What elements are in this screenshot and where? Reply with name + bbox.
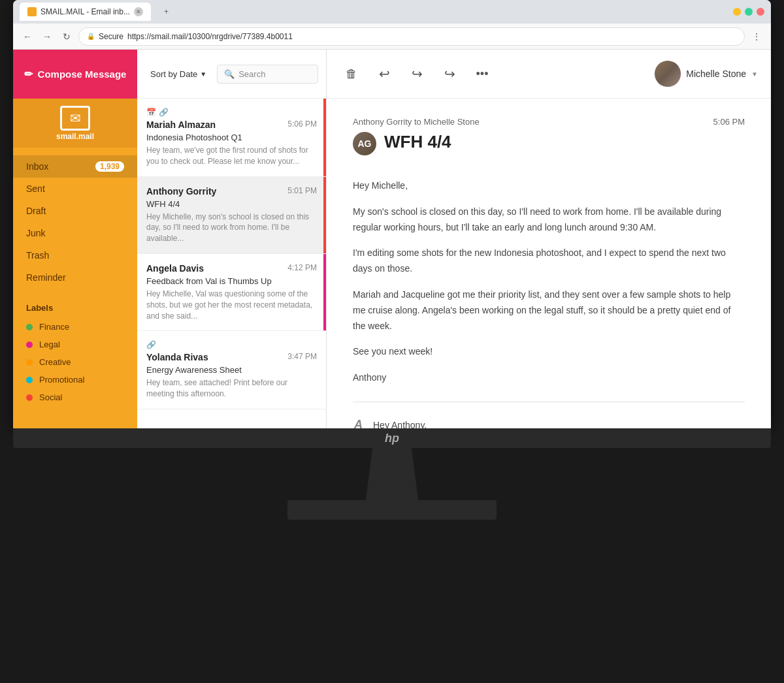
email-item-1[interactable]: 📅 🔗 Mariah Almazan 5:06 PM Indonesia Pho… bbox=[137, 99, 326, 177]
email-list: 📅 🔗 Mariah Almazan 5:06 PM Indonesia Pho… bbox=[137, 99, 326, 428]
promotional-label: Promotional bbox=[39, 375, 84, 385]
label-creative[interactable]: Creative bbox=[26, 353, 124, 371]
browser-tab-new[interactable]: + bbox=[156, 3, 176, 21]
browser-tab-active[interactable]: SMAIL.MAIL - Email inb... ✕ bbox=[20, 3, 151, 21]
sidebar-nav: Inbox 1,939 Sent Draft Junk Trash bbox=[13, 148, 137, 296]
reply-body-area: Hey Anthony, Family first! Make sure you… bbox=[373, 418, 745, 428]
compose-label: Compose Message bbox=[38, 69, 127, 80]
search-button[interactable]: 🔍 Search bbox=[217, 65, 318, 84]
email-3-header: Angela Davis 4:12 PM bbox=[146, 263, 317, 274]
social-label: Social bbox=[39, 392, 62, 402]
avatar-image bbox=[655, 61, 681, 87]
label-social[interactable]: Social bbox=[26, 389, 124, 406]
minimize-button[interactable] bbox=[733, 8, 741, 16]
promotional-dot bbox=[26, 377, 33, 383]
delete-icon: 🗑 bbox=[346, 67, 357, 81]
sidebar: ✏ Compose Message ✉ smail.mail Inbox 1,9… bbox=[13, 50, 137, 428]
sort-button[interactable]: Sort by Date ▼ bbox=[145, 65, 212, 83]
forward-icon: ↪ bbox=[444, 66, 455, 82]
reply-icon: ↩ bbox=[379, 66, 390, 82]
email-item-2[interactable]: Anthony Gorrity 5:01 PM WFH 4/4 Hey Mich… bbox=[137, 177, 326, 254]
email-4-icons: 🔗 bbox=[146, 340, 317, 349]
close-button[interactable] bbox=[757, 8, 764, 16]
finance-dot bbox=[26, 324, 33, 330]
reply-all-icon: ↪ bbox=[412, 66, 423, 82]
browser-menu-button[interactable]: ⋮ bbox=[749, 29, 764, 44]
body-p2: My son's school is closed on this day, s… bbox=[353, 204, 745, 236]
label-legal[interactable]: Legal bbox=[26, 336, 124, 353]
sidebar-item-junk[interactable]: Junk bbox=[13, 222, 137, 244]
creative-dot bbox=[26, 359, 33, 366]
email-3-time: 4:12 PM bbox=[287, 263, 317, 272]
email-body: Hey Michelle, My son's school is closed … bbox=[353, 178, 745, 386]
compose-button[interactable]: ✏ Compose Message bbox=[14, 63, 137, 86]
more-button[interactable]: ••• bbox=[470, 62, 494, 86]
email-list-panel: Sort by Date ▼ 🔍 Search 📅 🔗 bbox=[137, 50, 327, 428]
reload-button[interactable]: ↻ bbox=[59, 29, 74, 44]
monitor-stand-base bbox=[287, 500, 497, 520]
email-viewer: 🗑 ↩ ↪ ↪ ••• bbox=[327, 50, 771, 428]
label-finance[interactable]: Finance bbox=[26, 318, 124, 336]
email-meta: Anthony Gorrity to Michelle Stone 5:06 P… bbox=[353, 117, 745, 127]
trash-label: Trash bbox=[26, 250, 49, 261]
sidebar-item-inbox[interactable]: Inbox 1,939 bbox=[13, 155, 137, 178]
secure-label: Secure bbox=[99, 32, 123, 41]
maximize-button[interactable] bbox=[745, 8, 753, 16]
reply-all-button[interactable]: ↪ bbox=[405, 62, 429, 86]
email-item-3[interactable]: Angela Davis 4:12 PM Feedback from Val i… bbox=[137, 254, 326, 331]
email-item-4[interactable]: 🔗 Yolanda Rivas 3:47 PM Energy Awareness… bbox=[137, 331, 326, 409]
body-p3: I'm editing some shots for the new Indon… bbox=[353, 246, 745, 277]
email-2-header: Anthony Gorrity 5:01 PM bbox=[146, 186, 317, 197]
calendar-icon: 📅 bbox=[146, 108, 156, 117]
sender-row: AG WFH 4/4 bbox=[353, 132, 745, 168]
attachment-icon-2: 🔗 bbox=[146, 340, 156, 349]
compose-area: ✏ Compose Message bbox=[13, 50, 137, 99]
email-4-time: 3:47 PM bbox=[287, 352, 317, 361]
search-label: Search bbox=[238, 69, 265, 79]
tab-close-button[interactable]: ✕ bbox=[134, 7, 143, 16]
email-2-subject: WFH 4/4 bbox=[146, 199, 317, 209]
hp-logo: hp bbox=[385, 432, 399, 445]
viewer-toolbar: 🗑 ↩ ↪ ↪ ••• bbox=[327, 50, 771, 99]
creative-label: Creative bbox=[39, 357, 71, 367]
sidebar-item-trash[interactable]: Trash bbox=[13, 244, 137, 266]
user-area[interactable]: Michelle Stone ▼ bbox=[655, 61, 758, 87]
reply-a-icon: A bbox=[354, 418, 363, 428]
sidebar-item-sent[interactable]: Sent bbox=[13, 178, 137, 200]
sidebar-item-draft[interactable]: Draft bbox=[13, 200, 137, 222]
favicon-icon bbox=[27, 7, 37, 16]
delete-button[interactable]: 🗑 bbox=[340, 62, 363, 86]
forward-button[interactable]: → bbox=[39, 29, 55, 44]
email-view-time: 5:06 PM bbox=[713, 117, 745, 127]
secure-icon: 🔒 bbox=[87, 33, 95, 40]
email-4-sender: Yolanda Rivas bbox=[146, 352, 208, 362]
email-3-subject: Feedback from Val is Thumbs Up bbox=[146, 276, 317, 286]
sent-label: Sent bbox=[26, 183, 45, 194]
forward-button[interactable]: ↪ bbox=[438, 62, 461, 86]
logo-icon: ✉ bbox=[60, 106, 90, 131]
email-divider bbox=[353, 402, 745, 402]
email-4-subject: Energy Awareness Sheet bbox=[146, 365, 317, 375]
back-button[interactable]: ← bbox=[20, 29, 35, 44]
reply-section: A 🔗 Hey Anthony, Family first! Make sure… bbox=[353, 418, 745, 428]
list-toolbar: Sort by Date ▼ 🔍 Search bbox=[137, 50, 326, 99]
email-1-subject: Indonesia Photoshoot Q1 bbox=[146, 133, 317, 142]
label-promotional[interactable]: Promotional bbox=[26, 371, 124, 389]
email-2-time: 5:01 PM bbox=[287, 186, 317, 195]
email-3-sender: Angela Davis bbox=[146, 263, 204, 274]
address-bar[interactable]: 🔒 Secure https://smail.mail/10300/nrgdri… bbox=[78, 27, 745, 46]
sort-label: Sort by Date bbox=[150, 69, 197, 79]
legal-label: Legal bbox=[39, 340, 60, 349]
email-2-sender: Anthony Gorrity bbox=[146, 186, 216, 197]
attachment-icon: 🔗 bbox=[159, 108, 169, 117]
logo-area: ✉ smail.mail bbox=[13, 99, 137, 148]
sidebar-item-reminder[interactable]: Reminder bbox=[13, 266, 137, 289]
body-p4: Mariah and Jacqueline got me their prior… bbox=[353, 287, 745, 334]
finance-label: Finance bbox=[39, 322, 69, 332]
email-1-time: 5:06 PM bbox=[287, 119, 317, 129]
email-4-preview: Hey team, see attached! Print before our… bbox=[146, 377, 317, 400]
reply-button[interactable]: ↩ bbox=[372, 62, 396, 86]
logo-text: smail.mail bbox=[56, 132, 94, 141]
compose-icon: ✏ bbox=[24, 68, 33, 80]
body-sign: Anthony bbox=[353, 370, 745, 386]
